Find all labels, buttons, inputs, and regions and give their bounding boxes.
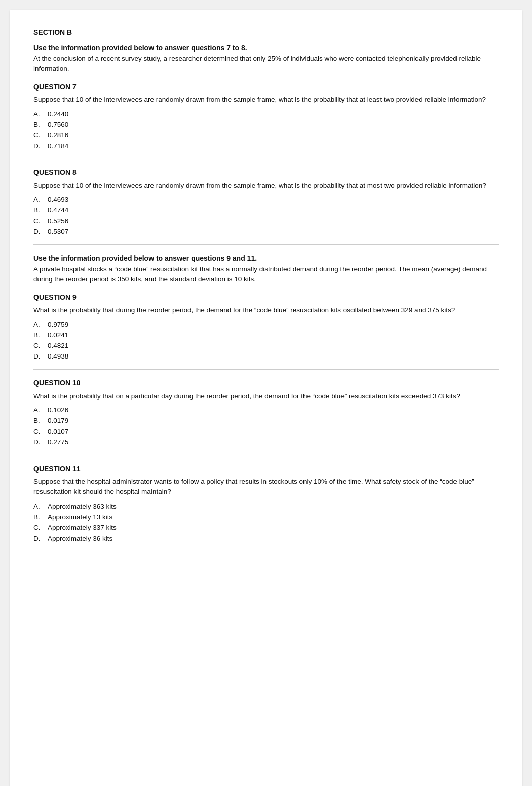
q11-option-b-value: Approximately 13 kits [48, 513, 112, 521]
divider-2 [33, 244, 499, 245]
q8-option-a: A. 0.4693 [33, 196, 499, 203]
q8-option-c-label: C. [33, 217, 45, 225]
q7-option-a-label: A. [33, 110, 45, 118]
q8-option-b-value: 0.4744 [48, 206, 68, 214]
q8-option-a-value: 0.4693 [48, 196, 68, 203]
question-11-title: QUESTION 11 [33, 465, 499, 473]
q8-option-d-value: 0.5307 [48, 228, 68, 235]
q10-option-b-label: B. [33, 417, 45, 424]
divider-1 [33, 159, 499, 159]
q11-option-a: A. Approximately 363 kits [33, 503, 499, 510]
q9-option-b-label: B. [33, 331, 45, 339]
question-7: QUESTION 7 Suppose that 10 of the interv… [33, 83, 499, 150]
question-9-text: What is the probability that during the … [33, 305, 499, 315]
q11-option-b: B. Approximately 13 kits [33, 513, 499, 521]
q11-option-a-value: Approximately 363 kits [48, 503, 117, 510]
q10-option-a: A. 0.1026 [33, 406, 499, 414]
q11-option-c-value: Approximately 337 kits [48, 524, 117, 531]
q7-option-d-value: 0.7184 [48, 142, 68, 150]
q9-option-d-label: D. [33, 352, 45, 360]
q8-option-a-label: A. [33, 196, 45, 203]
question-10: QUESTION 10 What is the probability that… [33, 379, 499, 446]
question-11: QUESTION 11 Suppose that the hospital ad… [33, 465, 499, 542]
q9-option-d: D. 0.4938 [33, 352, 499, 360]
q9-option-b-value: 0.0241 [48, 331, 68, 339]
q10-option-c-value: 0.0107 [48, 427, 68, 435]
question-11-text: Suppose that the hospital administrator … [33, 477, 499, 497]
page: SECTION B Use the information provided b… [10, 10, 522, 786]
info-block-2: Use the information provided below to an… [33, 254, 499, 285]
q9-option-c-label: C. [33, 342, 45, 349]
q11-option-d-value: Approximately 36 kits [48, 534, 112, 542]
q10-option-b: B. 0.0179 [33, 417, 499, 424]
q9-option-c: C. 0.4821 [33, 342, 499, 349]
q7-option-c-label: C. [33, 131, 45, 139]
q10-option-d: D. 0.2775 [33, 438, 499, 446]
question-7-text: Suppose that 10 of the interviewees are … [33, 95, 499, 105]
info-heading-2: Use the information provided below to an… [33, 254, 499, 262]
q10-option-a-label: A. [33, 406, 45, 414]
q10-option-d-label: D. [33, 438, 45, 446]
q8-option-c-value: 0.5256 [48, 217, 68, 225]
q11-option-d: D. Approximately 36 kits [33, 534, 499, 542]
question-9-title: QUESTION 9 [33, 293, 499, 301]
q11-option-c: C. Approximately 337 kits [33, 524, 499, 531]
q9-option-d-value: 0.4938 [48, 352, 68, 360]
q7-option-a: A. 0.2440 [33, 110, 499, 118]
q7-option-b-label: B. [33, 121, 45, 128]
q11-option-c-label: C. [33, 524, 45, 531]
q9-option-b: B. 0.0241 [33, 331, 499, 339]
info-body-1: At the conclusion of a recent survey stu… [33, 54, 499, 75]
q8-option-b: B. 0.4744 [33, 206, 499, 214]
question-8: QUESTION 8 Suppose that 10 of the interv… [33, 168, 499, 235]
q9-option-c-value: 0.4821 [48, 342, 68, 349]
divider-4 [33, 455, 499, 455]
q10-option-b-value: 0.0179 [48, 417, 68, 424]
q10-option-a-value: 0.1026 [48, 406, 68, 414]
q9-option-a-label: A. [33, 320, 45, 328]
q7-option-d-label: D. [33, 142, 45, 150]
q11-option-a-label: A. [33, 503, 45, 510]
q10-option-c: C. 0.0107 [33, 427, 499, 435]
question-8-text: Suppose that 10 of the interviewees are … [33, 181, 499, 191]
q10-option-c-label: C. [33, 427, 45, 435]
q9-option-a: A. 0.9759 [33, 320, 499, 328]
q7-option-b: B. 0.7560 [33, 121, 499, 128]
q10-option-d-value: 0.2775 [48, 438, 68, 446]
question-10-title: QUESTION 10 [33, 379, 499, 387]
info-body-2: A private hospital stocks a “code blue” … [33, 264, 499, 285]
section-title: SECTION B [33, 28, 499, 37]
q8-option-d: D. 0.5307 [33, 228, 499, 235]
question-7-title: QUESTION 7 [33, 83, 499, 91]
info-heading-1: Use the information provided below to an… [33, 44, 499, 52]
q7-option-c-value: 0.2816 [48, 131, 68, 139]
q7-option-b-value: 0.7560 [48, 121, 68, 128]
question-8-title: QUESTION 8 [33, 168, 499, 176]
q8-option-d-label: D. [33, 228, 45, 235]
q8-option-b-label: B. [33, 206, 45, 214]
q11-option-b-label: B. [33, 513, 45, 521]
question-9: QUESTION 9 What is the probability that … [33, 293, 499, 360]
q7-option-d: D. 0.7184 [33, 142, 499, 150]
q7-option-a-value: 0.2440 [48, 110, 68, 118]
q9-option-a-value: 0.9759 [48, 320, 68, 328]
q7-option-c: C. 0.2816 [33, 131, 499, 139]
info-block-1: Use the information provided below to an… [33, 44, 499, 75]
q11-option-d-label: D. [33, 534, 45, 542]
question-10-text: What is the probability that on a partic… [33, 391, 499, 401]
divider-3 [33, 369, 499, 370]
q8-option-c: C. 0.5256 [33, 217, 499, 225]
